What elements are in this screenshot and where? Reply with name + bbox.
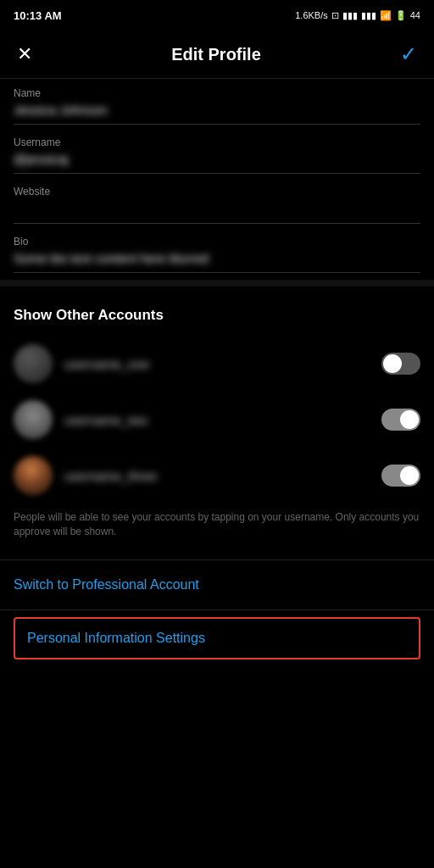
website-value <box>14 201 420 220</box>
page-title: Edit Profile <box>171 45 261 64</box>
header: ✕ Edit Profile ✓ <box>0 31 434 79</box>
bottom-divider-2 <box>0 609 434 610</box>
avatar-3 <box>14 456 53 495</box>
switch-pro-row[interactable]: Switch to Professional Account <box>0 564 434 606</box>
website-label: Website <box>14 186 420 198</box>
other-accounts-title: Show Other Accounts <box>14 307 420 324</box>
toggle-2[interactable] <box>381 409 420 431</box>
status-icons: 1.6KB/s ⊡ ▮▮▮ ▮▮▮ 📶 🔋 44 <box>295 10 420 21</box>
website-field[interactable]: Website <box>14 177 420 224</box>
name-field[interactable]: Name Jessica Johnson <box>14 79 420 125</box>
toggle-knob-3 <box>400 466 419 485</box>
signal-icon: ▮▮▮ <box>342 10 358 21</box>
avatar-2 <box>14 400 53 439</box>
bio-field[interactable]: Bio Some bio text content here blurred <box>14 227 420 273</box>
status-bar: 10:13 AM 1.6KB/s ⊡ ▮▮▮ ▮▮▮ 📶 🔋 44 <box>0 0 434 31</box>
content-area: Name Jessica Johnson Username @jessicaj … <box>0 79 434 868</box>
other-accounts-section: Show Other Accounts username_one usernam… <box>0 293 434 556</box>
name-value: Jessica Johnson <box>14 103 420 120</box>
bio-value: Some bio text content here blurred <box>14 251 420 269</box>
bio-label: Bio <box>14 236 420 248</box>
name-label: Name <box>14 87 420 99</box>
avatar-1 <box>14 344 53 383</box>
accounts-note: People will be able to see your accounts… <box>14 504 420 549</box>
username-value: @jessicaj <box>14 152 420 170</box>
save-button[interactable]: ✓ <box>397 39 420 70</box>
toggle-3[interactable] <box>381 465 420 487</box>
sim-icon: ⊡ <box>331 10 339 21</box>
network-speed: 1.6KB/s <box>295 10 328 20</box>
toggle-knob-2 <box>400 410 419 429</box>
account-name-1: username_one <box>64 357 381 371</box>
battery-level: 44 <box>410 10 420 20</box>
account-name-3: username_three <box>64 469 381 483</box>
switch-pro-link[interactable]: Switch to Professional Account <box>14 577 199 592</box>
status-time: 10:13 AM <box>14 9 62 22</box>
personal-info-link[interactable]: Personal Information Settings <box>27 631 205 645</box>
account-row-1: username_one <box>14 336 420 392</box>
toggle-knob-1 <box>383 354 402 373</box>
account-name-2: username_two <box>64 413 381 427</box>
wifi-icon: 📶 <box>380 10 392 21</box>
battery-icon: 🔋 <box>395 10 407 21</box>
username-label: Username <box>14 136 420 148</box>
toggle-1[interactable] <box>381 353 420 375</box>
account-row-3: username_three <box>14 448 420 504</box>
form-section: Name Jessica Johnson Username @jessicaj … <box>0 79 434 273</box>
account-row-2: username_two <box>14 392 420 448</box>
bottom-divider-1 <box>0 559 434 560</box>
personal-info-row[interactable]: Personal Information Settings <box>14 617 420 659</box>
section-divider-1 <box>0 280 434 287</box>
username-field[interactable]: Username @jessicaj <box>14 128 420 174</box>
signal-icon-2: ▮▮▮ <box>361 10 376 21</box>
close-button[interactable]: ✕ <box>14 40 36 69</box>
